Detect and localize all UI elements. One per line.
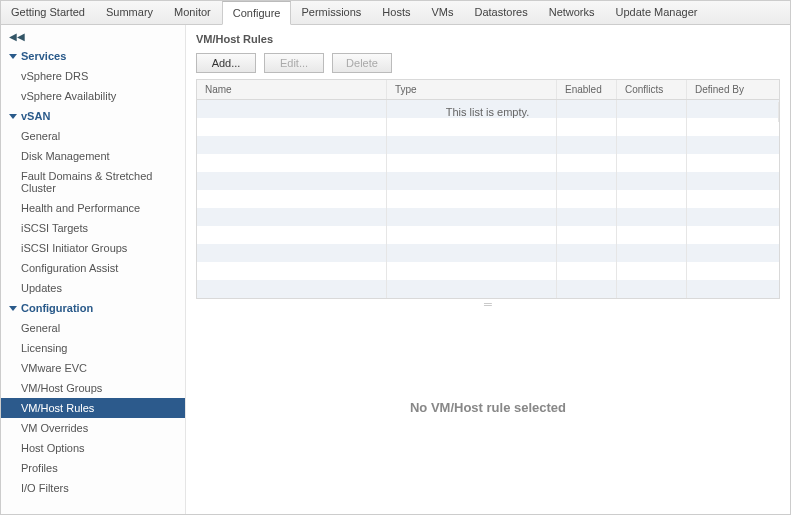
tab-datastores[interactable]: Datastores [464, 1, 538, 24]
table-row: This list is empty. [197, 100, 779, 118]
sidebar-item-updates[interactable]: Updates [1, 278, 185, 298]
sidebar-item-iscsi-initiator-groups[interactable]: iSCSI Initiator Groups [1, 238, 185, 258]
sidebar-item-vsphere-availability[interactable]: vSphere Availability [1, 86, 185, 106]
table-row [197, 208, 779, 226]
sidebar-item-vm-host-rules[interactable]: VM/Host Rules [1, 398, 185, 418]
tab-networks[interactable]: Networks [539, 1, 606, 24]
splitter-handle[interactable]: ═ [196, 299, 780, 309]
table-row [197, 172, 779, 190]
tab-monitor[interactable]: Monitor [164, 1, 222, 24]
toolbar: Add... Edit... Delete [196, 53, 780, 73]
tab-summary[interactable]: Summary [96, 1, 164, 24]
sidebar-group-configuration[interactable]: Configuration [1, 298, 185, 318]
rules-table: Name Type Enabled Conflicts Defined By T… [196, 79, 780, 299]
tab-update-manager[interactable]: Update Manager [606, 1, 709, 24]
add-button[interactable]: Add... [196, 53, 256, 73]
edit-button[interactable]: Edit... [264, 53, 324, 73]
table-row [197, 154, 779, 172]
sidebar-item-vm-host-groups[interactable]: VM/Host Groups [1, 378, 185, 398]
sidebar-item-profiles[interactable]: Profiles [1, 458, 185, 478]
sidebar-item-vmware-evc[interactable]: VMware EVC [1, 358, 185, 378]
main-panel: VM/Host Rules Add... Edit... Delete Name… [186, 25, 790, 514]
page-title: VM/Host Rules [196, 33, 780, 45]
sidebar-group-vsan[interactable]: vSAN [1, 106, 185, 126]
sidebar-item-general[interactable]: General [1, 318, 185, 338]
col-header-defined[interactable]: Defined By [687, 80, 779, 99]
sidebar-item-configuration-assist[interactable]: Configuration Assist [1, 258, 185, 278]
sidebar-group-label: vSAN [21, 110, 50, 122]
delete-button[interactable]: Delete [332, 53, 392, 73]
sidebar: ◀◀ ServicesvSphere DRSvSphere Availabili… [1, 25, 186, 514]
table-row [197, 280, 779, 298]
sidebar-item-licensing[interactable]: Licensing [1, 338, 185, 358]
table-header: Name Type Enabled Conflicts Defined By [197, 80, 779, 100]
col-header-conflicts[interactable]: Conflicts [617, 80, 687, 99]
sidebar-item-general[interactable]: General [1, 126, 185, 146]
top-tab-bar: Getting StartedSummaryMonitorConfigurePe… [1, 1, 790, 25]
tab-configure[interactable]: Configure [222, 1, 292, 25]
tab-vms[interactable]: VMs [421, 1, 464, 24]
collapse-sidebar-icon[interactable]: ◀◀ [1, 31, 185, 46]
tab-permissions[interactable]: Permissions [291, 1, 372, 24]
sidebar-item-health-and-performance[interactable]: Health and Performance [1, 198, 185, 218]
col-header-enabled[interactable]: Enabled [557, 80, 617, 99]
empty-list-message: This list is empty. [197, 102, 779, 122]
table-row [197, 226, 779, 244]
table-row [197, 262, 779, 280]
table-row [197, 244, 779, 262]
sidebar-item-vsphere-drs[interactable]: vSphere DRS [1, 66, 185, 86]
sidebar-group-services[interactable]: Services [1, 46, 185, 66]
detail-panel-empty: No VM/Host rule selected [196, 309, 780, 506]
sidebar-item-disk-management[interactable]: Disk Management [1, 146, 185, 166]
sidebar-item-iscsi-targets[interactable]: iSCSI Targets [1, 218, 185, 238]
sidebar-item-i-o-filters[interactable]: I/O Filters [1, 478, 185, 498]
tab-getting-started[interactable]: Getting Started [1, 1, 96, 24]
col-header-name[interactable]: Name [197, 80, 387, 99]
sidebar-item-fault-domains-stretched-cluster[interactable]: Fault Domains & Stretched Cluster [1, 166, 185, 198]
table-row [197, 190, 779, 208]
col-header-type[interactable]: Type [387, 80, 557, 99]
caret-down-icon [9, 306, 17, 311]
sidebar-group-label: Configuration [21, 302, 93, 314]
table-row [197, 136, 779, 154]
caret-down-icon [9, 114, 17, 119]
sidebar-item-vm-overrides[interactable]: VM Overrides [1, 418, 185, 438]
sidebar-group-label: Services [21, 50, 66, 62]
tab-hosts[interactable]: Hosts [372, 1, 421, 24]
layout: ◀◀ ServicesvSphere DRSvSphere Availabili… [1, 25, 790, 514]
caret-down-icon [9, 54, 17, 59]
sidebar-item-host-options[interactable]: Host Options [1, 438, 185, 458]
